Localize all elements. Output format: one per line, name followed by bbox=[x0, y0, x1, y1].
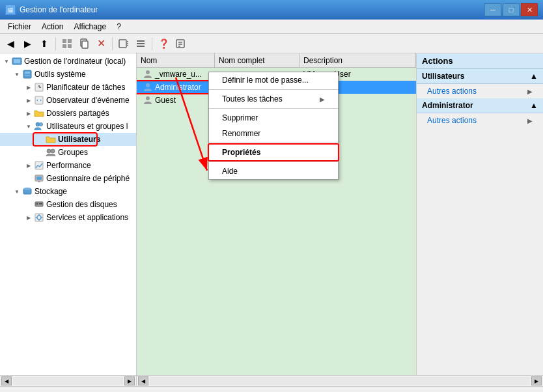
main-area: ▼ Gestion de l'ordinateur (local) ▼ Outi… bbox=[0, 53, 543, 375]
scroll-track-h-right[interactable] bbox=[150, 377, 530, 385]
minimize-button[interactable]: ─ bbox=[484, 3, 501, 16]
scroll-left-btn2[interactable]: ◀ bbox=[138, 376, 148, 385]
row2-nom: Administrator bbox=[155, 83, 201, 92]
svg-rect-18 bbox=[14, 59, 20, 63]
tree-outils-systeme[interactable]: ▼ Outils système bbox=[0, 68, 136, 81]
show-hide-button[interactable] bbox=[59, 36, 75, 51]
actions-admin-arrow: ▲ bbox=[530, 101, 538, 110]
svg-point-48 bbox=[146, 96, 150, 100]
ctx-separator-2 bbox=[209, 108, 338, 109]
ctx-proprietes-label: Propriétés bbox=[222, 148, 260, 157]
svg-rect-5 bbox=[82, 41, 88, 48]
app-icon: 🖥 bbox=[5, 5, 16, 15]
ctx-toutes-taches[interactable]: Toutes les tâches ▶ bbox=[209, 91, 338, 107]
gest-label: Gestionnaire de périphé bbox=[46, 174, 130, 183]
guest-icon bbox=[143, 95, 153, 105]
utilisateurs-g-icon bbox=[34, 121, 44, 132]
planif-label: Planificateur de tâches bbox=[46, 83, 125, 92]
ctx-definir[interactable]: Définir le mot de passe... bbox=[209, 72, 338, 88]
menu-bar: Fichier Action Affichage ? bbox=[0, 20, 543, 34]
stockage-label: Stockage bbox=[35, 187, 67, 196]
ctx-renommer[interactable]: Renommer bbox=[209, 126, 338, 141]
export-button[interactable] bbox=[116, 36, 132, 51]
menu-action[interactable]: Action bbox=[36, 21, 68, 33]
right-scrollbar[interactable]: ◀ ▶ bbox=[137, 376, 543, 386]
svg-point-30 bbox=[51, 149, 55, 153]
status-bar: Ouvre la boîte de dialogue des propriété… bbox=[0, 386, 543, 392]
svg-rect-21 bbox=[25, 75, 30, 76]
close-button[interactable]: ✕ bbox=[521, 3, 538, 16]
ctx-supprimer[interactable]: Supprimer bbox=[209, 110, 338, 126]
actions-section-utilisateurs[interactable]: Utilisateurs ▲ bbox=[417, 69, 543, 84]
outils-expand-icon: ▼ bbox=[12, 69, 22, 79]
svg-rect-19 bbox=[23, 70, 31, 78]
ctx-aide[interactable]: Aide bbox=[209, 163, 338, 179]
actions-section-administrator[interactable]: Administrator ▲ bbox=[417, 98, 543, 113]
maximize-button[interactable]: □ bbox=[503, 3, 520, 16]
actions-autres-2[interactable]: Autres actions ▶ bbox=[417, 113, 543, 128]
tree-observateur[interactable]: ▶ Observateur d'événeme bbox=[0, 94, 136, 107]
col-header-nom[interactable]: Nom bbox=[137, 53, 215, 67]
svg-rect-10 bbox=[137, 40, 145, 42]
svg-rect-1 bbox=[68, 39, 72, 43]
tree-root[interactable]: ▼ Gestion de l'ordinateur (local) bbox=[0, 55, 136, 68]
left-scrollbar[interactable]: ◀ ▶ bbox=[0, 376, 137, 386]
dossiers-label: Dossiers partagés bbox=[46, 109, 109, 118]
back-button[interactable]: ◀ bbox=[3, 36, 18, 51]
tree-services[interactable]: ▶ Services et applications bbox=[0, 211, 136, 224]
svg-rect-33 bbox=[36, 176, 42, 180]
svg-point-26 bbox=[38, 99, 40, 102]
list-button[interactable] bbox=[133, 36, 148, 51]
col-header-desc[interactable]: Description bbox=[299, 53, 416, 67]
tree-stockage[interactable]: ▼ Stockage bbox=[0, 185, 136, 198]
svg-rect-20 bbox=[25, 72, 30, 74]
info-button[interactable] bbox=[173, 36, 188, 51]
ctx-renommer-label: Renommer bbox=[222, 129, 260, 138]
delete-button[interactable]: ✕ bbox=[93, 36, 109, 51]
col-header-complet[interactable]: Nom complet bbox=[215, 53, 299, 67]
context-menu: Définir le mot de passe... Toutes les tâ… bbox=[208, 72, 339, 180]
tree-utilisateurs[interactable]: ▶ Utilisateurs bbox=[0, 133, 136, 146]
root-expand-icon: ▼ bbox=[1, 56, 12, 66]
tree-dossiers[interactable]: ▶ Dossiers partagés bbox=[0, 107, 136, 120]
actions-utilisateurs-arrow: ▲ bbox=[530, 72, 538, 81]
actions-panel: Actions Utilisateurs ▲ Autres actions ▶ … bbox=[416, 53, 543, 375]
ctx-submenu-arrow: ▶ bbox=[320, 96, 325, 103]
utilisateurs-g-expand-icon: ▼ bbox=[23, 121, 34, 132]
menu-fichier[interactable]: Fichier bbox=[3, 21, 36, 33]
menu-affichage[interactable]: Affichage bbox=[68, 21, 111, 33]
scroll-right-btn[interactable]: ▶ bbox=[124, 376, 135, 385]
tree-disques[interactable]: ▶ Gestion des disques bbox=[0, 198, 136, 211]
scroll-left-btn[interactable]: ◀ bbox=[1, 376, 12, 385]
actions-admin-label: Administrator bbox=[422, 101, 473, 110]
ctx-proprietes[interactable]: Propriétés bbox=[209, 145, 338, 160]
forward-button[interactable]: ▶ bbox=[20, 36, 35, 51]
dossiers-icon bbox=[34, 108, 44, 119]
list-panel: Nom Nom complet Description _vmware_u... bbox=[137, 53, 416, 375]
tree-planificateur[interactable]: ▶ Planificateur de tâches bbox=[0, 81, 136, 94]
ctx-definir-label: Définir le mot de passe... bbox=[222, 76, 309, 85]
up-button[interactable]: ⬆ bbox=[36, 36, 52, 51]
scroll-right-btn2[interactable]: ▶ bbox=[531, 376, 542, 385]
scroll-track-h-left[interactable] bbox=[13, 377, 123, 385]
stockage-expand-icon: ▼ bbox=[12, 186, 22, 197]
scrollbar-area: ◀ ▶ ◀ ▶ bbox=[0, 375, 543, 386]
tree-performance[interactable]: ▶ Performance bbox=[0, 159, 136, 172]
tree-utilisateurs-groupes[interactable]: ▼ Utilisateurs et groupes l bbox=[0, 120, 136, 133]
menu-help[interactable]: ? bbox=[111, 21, 126, 33]
gest-icon bbox=[34, 173, 44, 184]
ctx-separator-1 bbox=[209, 89, 338, 90]
help-button[interactable]: ❓ bbox=[156, 36, 171, 51]
tree-gestionnaire[interactable]: ▶ Gestionnaire de périphé bbox=[0, 172, 136, 185]
copy-button[interactable] bbox=[76, 36, 92, 51]
admin-icon bbox=[143, 82, 153, 92]
actions-autres-1[interactable]: Autres actions ▶ bbox=[417, 84, 543, 98]
svg-rect-2 bbox=[63, 44, 66, 48]
services-expand-icon: ▶ bbox=[23, 212, 34, 223]
tree-groupes[interactable]: ▶ Groupes bbox=[0, 146, 136, 159]
utilisateurs-label: Utilisateurs bbox=[58, 135, 100, 144]
svg-point-47 bbox=[146, 83, 150, 87]
svg-point-27 bbox=[36, 122, 40, 126]
groupes-icon bbox=[46, 147, 56, 158]
svg-point-29 bbox=[47, 149, 51, 153]
